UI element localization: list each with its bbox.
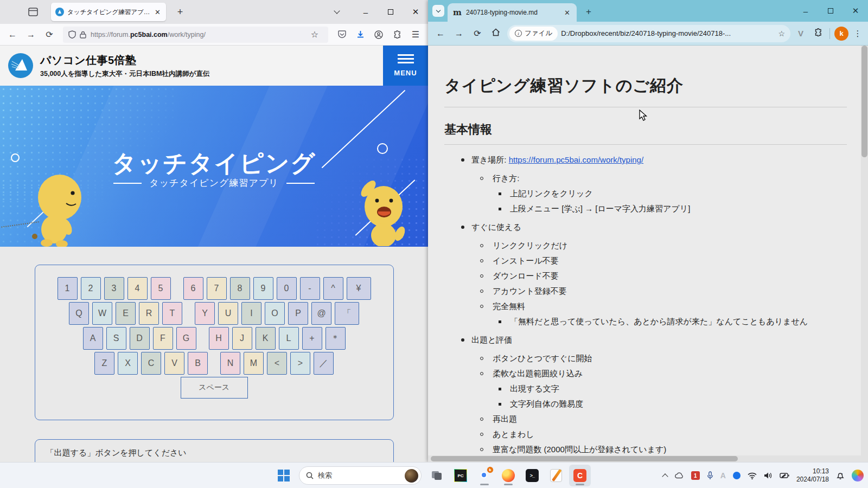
new-tab-button[interactable]: + [173,7,188,18]
downloads-icon[interactable] [352,27,368,42]
key-「[interactable]: 「 [335,302,359,325]
extensions-icon[interactable] [389,27,405,42]
chrome-active-tab[interactable]: m 240718-typing-movie.md ✕ [448,3,577,22]
key->[interactable]: > [290,352,310,375]
key-O[interactable]: O [265,302,285,325]
taskbar-terminal-icon[interactable]: >_ [521,465,543,486]
pocket-icon[interactable] [334,27,350,42]
key-@[interactable]: @ [311,302,331,325]
key-N[interactable]: N [220,352,240,375]
key--[interactable]: - [300,277,320,300]
volume-icon[interactable] [764,472,773,479]
file-scheme-chip[interactable]: i ファイル [509,27,558,41]
key-D[interactable]: D [130,327,150,350]
account-icon[interactable] [371,27,387,42]
tab-search-icon[interactable] [432,5,444,17]
key-B[interactable]: B [188,352,208,375]
key-A[interactable]: A [83,327,103,350]
microphone-icon[interactable] [707,471,713,480]
close-button[interactable]: ✕ [843,0,868,22]
maximize-button[interactable] [378,0,403,24]
reload-button[interactable]: ⟳ [41,27,58,42]
key-Y[interactable]: Y [195,302,215,325]
key-H[interactable]: H [209,327,229,350]
key-F[interactable]: F [153,327,173,350]
tab-close-icon[interactable]: ✕ [154,8,162,16]
tab-close-icon[interactable]: ✕ [563,9,571,17]
firefox-urlbar[interactable]: https://forum.pc5bai.com/work/typing/ ☆ [63,27,328,43]
menu-button[interactable]: MENU [383,46,428,86]
lock-icon[interactable] [80,31,86,38]
new-tab-button[interactable]: + [582,7,595,17]
key-1[interactable]: 1 [58,277,78,300]
start-button[interactable] [273,465,295,486]
wifi-icon[interactable] [748,472,757,479]
taskbar-chrome-icon[interactable]: k [474,465,495,486]
key-P[interactable]: P [288,302,308,325]
key-U[interactable]: U [218,302,238,325]
key-space[interactable]: スペース [181,377,248,399]
key-Z[interactable]: Z [94,352,114,375]
key-E[interactable]: E [116,302,136,325]
battery-pen-icon[interactable] [780,472,789,479]
list-all-tabs-icon[interactable] [334,8,340,14]
minimize-button[interactable]: – [353,0,378,24]
search-highlight-image[interactable] [405,469,418,483]
horizontal-scrollbar-thumb[interactable] [431,456,738,461]
taskbar-capture-app-icon[interactable]: C [569,465,591,486]
key-Q[interactable]: Q [69,302,89,325]
key-T[interactable]: T [162,302,182,325]
key-¥[interactable]: ¥ [347,277,371,300]
key-W[interactable]: W [92,302,112,325]
key-8[interactable]: 8 [230,277,250,300]
horizontal-scrollbar[interactable] [428,455,861,462]
key-G[interactable]: G [176,327,196,350]
doc-link[interactable]: https://forum.pc5bai.com/work/typing/ [509,155,643,164]
key-5[interactable]: 5 [151,277,171,300]
chrome-urlbar[interactable]: i ファイル D:/Dropbox/recent/biz/240718-typi… [507,25,790,42]
key-<[interactable]: < [267,352,287,375]
key-+[interactable]: + [302,327,322,350]
key-R[interactable]: R [139,302,159,325]
tray-red-badge-icon[interactable]: 1 [691,471,700,480]
v-extension-icon[interactable]: V [795,29,807,38]
taskbar-search[interactable]: 検索 [299,466,422,485]
key-9[interactable]: 9 [253,277,273,300]
copilot-icon[interactable] [852,470,864,481]
extensions-puzzle-icon[interactable] [811,28,825,38]
key-＊[interactable]: ＊ [326,327,346,350]
key-3[interactable]: 3 [104,277,124,300]
reload-button[interactable]: ⟳ [470,28,484,38]
key-V[interactable]: V [164,352,184,375]
key-C[interactable]: C [141,352,161,375]
taskbar-journal-icon[interactable] [545,465,567,486]
taskbar-firefox-icon[interactable] [497,465,519,486]
firefox-view-icon[interactable] [25,4,41,20]
key-6[interactable]: 6 [183,277,203,300]
menu-hamburger-icon[interactable]: ☰ [407,27,424,42]
tray-chevron-up-icon[interactable] [663,472,667,479]
key-4[interactable]: 4 [127,277,148,300]
key-S[interactable]: S [106,327,126,350]
key-I[interactable]: I [241,302,261,325]
vertical-scrollbar-thumb[interactable] [861,46,867,157]
notification-bell-icon[interactable]: z [836,471,845,480]
firefox-active-tab[interactable]: タッチタイピング練習アプリへようこそ ✕ [51,3,166,21]
vertical-scrollbar[interactable] [861,46,868,455]
taskbar-pycharm-icon[interactable]: PC [450,465,471,486]
key-0[interactable]: 0 [277,277,297,300]
key-L[interactable]: L [279,327,299,350]
task-view-button[interactable] [426,465,448,486]
forward-button[interactable]: → [452,29,466,38]
back-button[interactable]: ← [433,29,448,38]
back-button[interactable]: ← [4,27,21,42]
key-2[interactable]: 2 [81,277,101,300]
tracking-shield-icon[interactable] [68,30,76,38]
key-J[interactable]: J [232,327,252,350]
bookmark-star-icon[interactable]: ☆ [778,29,785,38]
minimize-button[interactable]: – [793,0,818,22]
home-button[interactable] [489,28,503,38]
close-button[interactable]: ✕ [403,0,428,24]
ime-indicator-icon[interactable]: A [720,471,726,480]
key-K[interactable]: K [256,327,276,350]
